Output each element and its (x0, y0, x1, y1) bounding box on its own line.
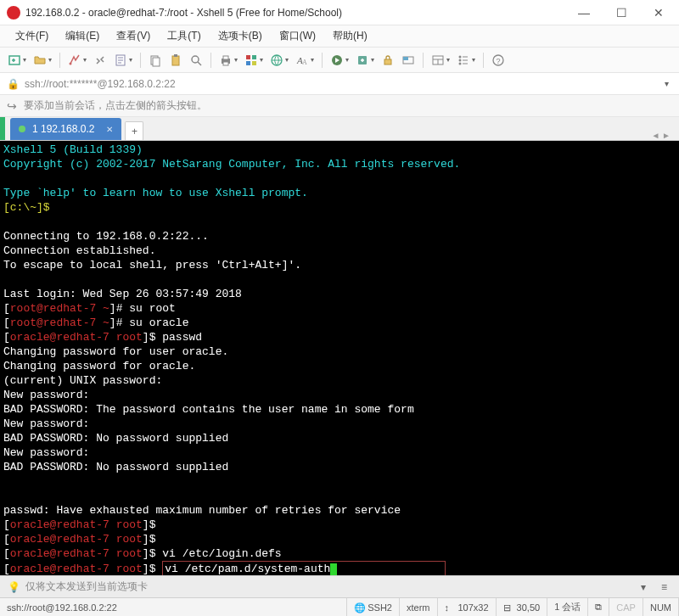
help-button[interactable]: ? (489, 50, 508, 70)
term-line: Connection established. (3, 244, 155, 257)
terminal[interactable]: Xshell 5 (Build 1339) Copyright (c) 2002… (0, 141, 679, 575)
toolbar-separator (322, 53, 323, 68)
term-prompt: [oracle@redhat-7 root]$ (3, 547, 162, 560)
tab-label: 1 192.168.0.2 (32, 123, 94, 135)
view-button[interactable] (454, 50, 478, 70)
svg-rect-20 (384, 59, 391, 64)
script-button[interactable] (328, 50, 351, 70)
status-proto: 🌐SSH2 (347, 598, 400, 616)
menu-view[interactable]: 查看(V) (108, 26, 159, 46)
maximize-button[interactable]: ☐ (608, 3, 635, 23)
svg-rect-6 (174, 54, 177, 57)
app-icon (7, 6, 20, 20)
toolbar-separator (483, 53, 484, 68)
minimize-button[interactable]: — (570, 3, 598, 23)
connected-indicator-icon (19, 126, 25, 132)
status-overlap-icon[interactable]: ⧉ (588, 598, 609, 616)
status-num: NUM (643, 598, 679, 616)
menu-tabs[interactable]: 选项卡(B) (210, 26, 271, 46)
toolbar-separator (423, 53, 424, 68)
window-controls: — ☐ ✕ (570, 3, 672, 23)
term-helptip: Type `help' to learn how to use Xshell p… (3, 187, 308, 199)
tab-navigate[interactable]: ◄ ► (646, 131, 676, 140)
status-ssh: ssh://root@192.168.0.2:22 (0, 598, 347, 616)
lightbulb-icon: 💡 (7, 580, 20, 594)
new-session-button[interactable] (5, 50, 29, 70)
term-line: New password: (3, 389, 89, 401)
open-button[interactable] (31, 50, 54, 70)
color-scheme-button[interactable] (242, 50, 266, 70)
term-prompt: [oracle@redhat-7 root]$ (3, 533, 155, 546)
session-hint-bar: ↪ 要添加当前会话，点击左侧的箭头按钮。 (0, 95, 679, 117)
term-line: BAD PASSWORD: No password supplied (3, 432, 228, 445)
tab-bar: 1 192.168.0.2 ✕ + ◄ ► (0, 117, 679, 141)
svg-rect-13 (246, 61, 250, 65)
term-line: BAD PASSWORD: The password contains the … (3, 403, 414, 416)
term-cmd: passwd (162, 331, 202, 344)
address-bar: 🔒 ssh://root:*******@192.168.0.2:22 ▾ (0, 73, 679, 95)
term-line: New password: (3, 417, 89, 430)
close-button[interactable]: ✕ (645, 3, 672, 23)
term-line: BAD PASSWORD: No password supplied (3, 461, 228, 473)
term-highlighted-cmd: vi /etc/pam.d/system-auth (162, 561, 446, 575)
compose-menu-button[interactable]: ≡ (656, 581, 672, 593)
window-title: 192.168.0.2 - oracle@redhat-7:/root - Xs… (25, 7, 570, 19)
lock-icon: 🔒 (7, 78, 20, 90)
svg-rect-12 (252, 55, 256, 59)
cursor-icon (330, 563, 337, 575)
menu-file[interactable]: 文件(F) (7, 26, 57, 46)
compose-dropdown[interactable]: ▾ (636, 581, 651, 593)
address-text[interactable]: ssh://root:*******@192.168.0.2:22 (25, 78, 656, 90)
add-tab-button[interactable]: + (125, 121, 143, 140)
svg-rect-10 (223, 62, 228, 65)
menu-tools[interactable]: 工具(T) (159, 26, 209, 46)
term-line: Changing password for oracle. (3, 360, 195, 372)
term-localprompt: [c:\~]$ (3, 201, 50, 214)
disconnect-button[interactable] (91, 50, 109, 70)
term-line: To escape to local shell, press 'Ctrl+Al… (3, 259, 301, 272)
term-prompt: [root@redhat-7 ~]# (3, 316, 129, 329)
lock-button[interactable] (379, 50, 397, 70)
tab-session-1[interactable]: 1 192.168.0.2 ✕ (10, 118, 121, 140)
menu-window[interactable]: 窗口(W) (271, 26, 324, 46)
paste-button[interactable] (166, 50, 185, 70)
toolbar-separator (210, 53, 211, 68)
term-cmd: vi /etc/login.defs (162, 547, 281, 560)
broadcast-button[interactable] (399, 50, 418, 70)
compose-hint: 仅将文本发送到当前选项卡 (25, 580, 148, 594)
svg-point-1 (70, 62, 72, 64)
term-prompt: [oracle@redhat-7 root]$ (3, 331, 162, 344)
term-line: (current) UNIX password: (3, 374, 162, 387)
encoding-button[interactable] (267, 50, 291, 70)
add-session-icon[interactable]: ↪ (7, 99, 17, 113)
print-button[interactable] (216, 50, 240, 70)
menu-bar: 文件(F) 编辑(E) 查看(V) 工具(T) 选项卡(B) 窗口(W) 帮助(… (0, 25, 679, 48)
term-prompt: [root@redhat-7 ~]# (3, 302, 129, 315)
svg-rect-9 (223, 56, 228, 59)
svg-text:?: ? (497, 57, 501, 65)
reconnect-button[interactable] (65, 50, 89, 70)
svg-rect-11 (246, 55, 250, 59)
term-line: Connecting to 192.168.0.2:22... (3, 230, 209, 243)
term-prompt: [oracle@redhat-7 root]$ (3, 518, 155, 531)
address-dropdown[interactable]: ▾ (661, 77, 672, 90)
properties-button[interactable] (111, 50, 135, 70)
term-prompt: [oracle@redhat-7 root]$ (3, 563, 162, 575)
font-button[interactable]: AA (293, 50, 317, 70)
term-line: Last login: Wed Sep 26 03:57:49 2018 (3, 288, 242, 300)
term-line: Changing password for user oracle. (3, 345, 228, 358)
toolbar: AA ? (0, 48, 679, 73)
globe-icon: 🌐 (354, 602, 364, 613)
layout-button[interactable] (429, 50, 452, 70)
menu-help[interactable]: 帮助(H) (324, 26, 376, 46)
term-cmd: su root (129, 302, 176, 315)
transfer-button[interactable] (353, 50, 377, 70)
copy-button[interactable] (146, 50, 165, 70)
svg-rect-14 (252, 61, 256, 65)
find-button[interactable] (187, 50, 205, 70)
svg-rect-5 (172, 56, 179, 65)
menu-edit[interactable]: 编辑(E) (57, 26, 108, 46)
tab-close-icon[interactable]: ✕ (106, 125, 113, 134)
term-line: New password: (3, 446, 89, 459)
status-size: ↕107x32 (438, 598, 497, 616)
